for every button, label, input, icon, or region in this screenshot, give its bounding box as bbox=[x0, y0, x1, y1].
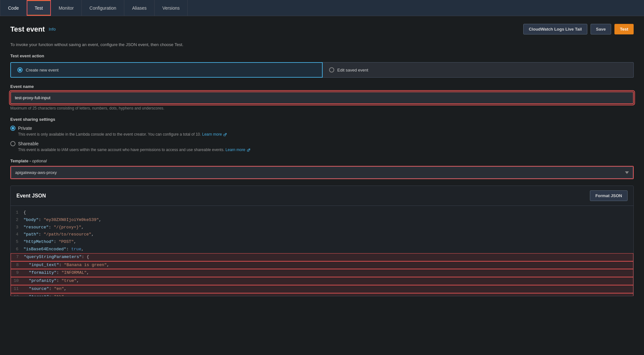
sharing-settings-label: Event sharing settings bbox=[10, 117, 634, 122]
code-line-12: 12 "target": "th" bbox=[11, 293, 633, 296]
info-link[interactable]: Info bbox=[49, 27, 56, 32]
page-title: Test event bbox=[10, 25, 45, 34]
page-title-row: Test event Info bbox=[10, 25, 56, 34]
code-line-7: 7 "queryStringParameters": { bbox=[11, 253, 633, 261]
nav-item-configuration[interactable]: Configuration bbox=[82, 0, 124, 16]
private-option[interactable]: Private This event is only available in … bbox=[10, 126, 634, 137]
nav-item-code[interactable]: Code bbox=[0, 0, 27, 16]
template-section: Template - optional apigateway-aws-proxy… bbox=[10, 158, 634, 179]
json-header: Event JSON Format JSON bbox=[11, 186, 633, 206]
edit-saved-event-option[interactable]: Edit saved event bbox=[323, 62, 634, 78]
code-line-1: 1 { bbox=[11, 209, 633, 216]
main-content: Test event Info CloudWatch Logs Live Tai… bbox=[0, 16, 644, 304]
create-new-event-option[interactable]: Create new event bbox=[10, 62, 323, 78]
event-name-input[interactable] bbox=[10, 91, 634, 104]
shareable-learn-more-icon bbox=[247, 148, 251, 152]
private-learn-more-icon bbox=[223, 133, 227, 137]
shareable-description: This event is available to IAM users wit… bbox=[18, 148, 634, 152]
edit-saved-radio[interactable] bbox=[329, 67, 334, 72]
template-wrapper: apigateway-aws-proxy hello-world s3-put … bbox=[10, 166, 634, 179]
nav-item-test[interactable]: Test bbox=[27, 0, 51, 16]
event-name-label: Event name bbox=[10, 84, 634, 89]
edit-saved-label: Edit saved event bbox=[337, 68, 368, 72]
code-line-5: 5 "httpMethod": "POST", bbox=[11, 238, 633, 246]
template-select[interactable]: apigateway-aws-proxy hello-world s3-put … bbox=[11, 167, 633, 178]
test-event-action-label: Test event action bbox=[10, 53, 634, 58]
code-line-2: 2 "body": "ey30ZXN0IjoiYm9keS39", bbox=[11, 216, 633, 224]
private-radio-row: Private bbox=[10, 126, 634, 131]
event-name-hint: Maximum of 25 characters consisting of l… bbox=[10, 106, 634, 110]
nav-item-aliases[interactable]: Aliases bbox=[124, 0, 155, 16]
code-line-6: 6 "isBase64Encoded": true, bbox=[11, 246, 633, 253]
nav-item-versions[interactable]: Versions bbox=[155, 0, 188, 16]
top-navigation: Code Test Monitor Configuration Aliases … bbox=[0, 0, 644, 16]
cloudwatch-logs-button[interactable]: CloudWatch Logs Live Tail bbox=[523, 24, 587, 34]
json-editor[interactable]: 1 { 2 "body": "ey30ZXN0IjoiYm9keS39", 3 … bbox=[11, 206, 633, 296]
shareable-option[interactable]: Shareable This event is available to IAM… bbox=[10, 141, 634, 152]
test-button[interactable]: Test bbox=[614, 24, 634, 34]
code-line-11: 11 "source": "en", bbox=[11, 285, 633, 293]
header-buttons: CloudWatch Logs Live Tail Save Test bbox=[523, 24, 634, 34]
code-line-10: 10 "profanity": "true", bbox=[11, 277, 633, 285]
save-button[interactable]: Save bbox=[591, 24, 611, 34]
create-new-radio[interactable] bbox=[17, 67, 23, 72]
code-line-8: 8 "input_text": "Banana is green", bbox=[11, 261, 633, 269]
nav-item-monitor[interactable]: Monitor bbox=[51, 0, 82, 16]
shareable-radio-row: Shareable bbox=[10, 141, 634, 146]
private-radio[interactable] bbox=[10, 126, 15, 131]
sharing-settings-section: Event sharing settings Private This even… bbox=[10, 117, 634, 152]
json-title: Event JSON bbox=[16, 193, 46, 199]
format-json-button[interactable]: Format JSON bbox=[590, 190, 628, 201]
json-section: Event JSON Format JSON 1 { 2 "body": "ey… bbox=[10, 186, 634, 296]
shareable-learn-more[interactable]: Learn more bbox=[225, 148, 245, 152]
private-description: This event is only available in the Lamb… bbox=[18, 132, 634, 137]
create-new-label: Create new event bbox=[26, 68, 59, 72]
description-text: To invoke your function without saving a… bbox=[10, 42, 634, 47]
page-header: Test event Info CloudWatch Logs Live Tai… bbox=[10, 24, 634, 34]
shareable-radio[interactable] bbox=[10, 141, 15, 146]
code-line-4: 4 "path": "/path/to/resource", bbox=[11, 231, 633, 238]
private-label: Private bbox=[18, 126, 32, 131]
shareable-label: Shareable bbox=[18, 141, 39, 146]
template-label: Template - optional bbox=[10, 158, 634, 163]
private-learn-more[interactable]: Learn more bbox=[202, 132, 222, 137]
test-event-action-group: Create new event Edit saved event bbox=[10, 62, 634, 78]
code-line-9: 9 "formality": "INFORMAL", bbox=[11, 269, 633, 277]
code-line-3: 3 "resource": "/{proxy+}", bbox=[11, 224, 633, 231]
